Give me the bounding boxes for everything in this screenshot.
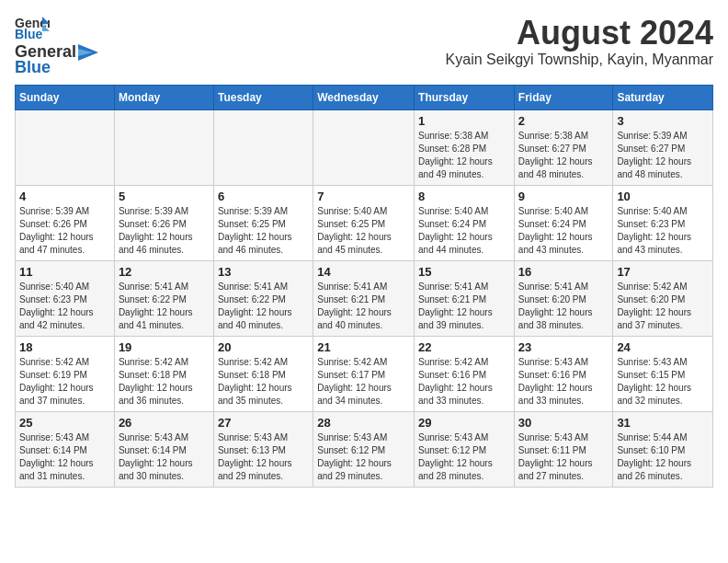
logo: General Blue General Blue [15, 15, 98, 77]
day-number: 26 [119, 416, 210, 430]
day-number: 1 [418, 114, 510, 128]
calendar-day-cell: 12Sunrise: 5:41 AM Sunset: 6:22 PM Dayli… [114, 261, 213, 337]
day-number: 3 [617, 114, 709, 128]
calendar-week-row: 4Sunrise: 5:39 AM Sunset: 6:26 PM Daylig… [16, 186, 713, 261]
calendar-day-cell: 19Sunrise: 5:42 AM Sunset: 6:18 PM Dayli… [114, 337, 213, 412]
day-number: 6 [218, 190, 309, 203]
day-number: 11 [19, 265, 110, 279]
calendar-header-cell: Tuesday [213, 86, 313, 110]
day-info: Sunrise: 5:43 AM Sunset: 6:12 PM Dayligh… [418, 431, 510, 483]
day-info: Sunrise: 5:43 AM Sunset: 6:14 PM Dayligh… [19, 431, 110, 483]
calendar-week-row: 25Sunrise: 5:43 AM Sunset: 6:14 PM Dayli… [16, 412, 713, 488]
calendar-day-cell: 2Sunrise: 5:38 AM Sunset: 6:27 PM Daylig… [514, 110, 613, 186]
day-info: Sunrise: 5:41 AM Sunset: 6:22 PM Dayligh… [119, 281, 210, 332]
calendar-header-cell: Thursday [415, 86, 515, 110]
calendar-day-cell: 23Sunrise: 5:43 AM Sunset: 6:16 PM Dayli… [514, 337, 613, 412]
day-number: 12 [119, 265, 210, 279]
day-info: Sunrise: 5:39 AM Sunset: 6:25 PM Dayligh… [218, 205, 309, 257]
day-number: 13 [218, 265, 309, 279]
day-number: 19 [119, 340, 210, 354]
day-info: Sunrise: 5:39 AM Sunset: 6:26 PM Dayligh… [119, 205, 210, 257]
calendar-day-cell [114, 110, 213, 186]
day-number: 8 [418, 190, 510, 203]
calendar-header-cell: Monday [114, 86, 213, 110]
day-info: Sunrise: 5:42 AM Sunset: 6:18 PM Dayligh… [119, 356, 210, 408]
day-info: Sunrise: 5:43 AM Sunset: 6:11 PM Dayligh… [518, 431, 609, 483]
month-title: August 2024 [446, 15, 713, 52]
calendar-day-cell: 1Sunrise: 5:38 AM Sunset: 6:28 PM Daylig… [415, 110, 515, 186]
calendar-day-cell [16, 110, 115, 186]
calendar-week-row: 1Sunrise: 5:38 AM Sunset: 6:28 PM Daylig… [16, 110, 713, 186]
calendar-day-cell: 17Sunrise: 5:42 AM Sunset: 6:20 PM Dayli… [613, 261, 713, 337]
day-info: Sunrise: 5:42 AM Sunset: 6:18 PM Dayligh… [218, 356, 309, 408]
day-number: 31 [617, 416, 709, 430]
day-info: Sunrise: 5:40 AM Sunset: 6:25 PM Dayligh… [317, 205, 410, 257]
calendar-day-cell: 27Sunrise: 5:43 AM Sunset: 6:13 PM Dayli… [213, 412, 313, 488]
calendar-day-cell: 5Sunrise: 5:39 AM Sunset: 6:26 PM Daylig… [114, 186, 213, 261]
calendar-day-cell: 11Sunrise: 5:40 AM Sunset: 6:23 PM Dayli… [16, 261, 115, 337]
day-number: 25 [19, 416, 110, 430]
day-number: 20 [218, 340, 309, 354]
calendar-week-row: 18Sunrise: 5:42 AM Sunset: 6:19 PM Dayli… [16, 337, 713, 412]
day-info: Sunrise: 5:38 AM Sunset: 6:28 PM Dayligh… [418, 130, 510, 181]
calendar-table: SundayMondayTuesdayWednesdayThursdayFrid… [15, 85, 713, 488]
day-number: 15 [418, 265, 510, 279]
day-number: 29 [418, 416, 510, 430]
logo-blue-text: Blue [15, 58, 51, 77]
logo-triangle-icon [78, 44, 98, 61]
day-info: Sunrise: 5:43 AM Sunset: 6:16 PM Dayligh… [518, 356, 609, 408]
calendar-day-cell: 25Sunrise: 5:43 AM Sunset: 6:14 PM Dayli… [16, 412, 115, 488]
day-number: 10 [617, 190, 709, 203]
calendar-day-cell: 16Sunrise: 5:41 AM Sunset: 6:20 PM Dayli… [514, 261, 613, 337]
day-number: 27 [218, 416, 309, 430]
day-info: Sunrise: 5:41 AM Sunset: 6:21 PM Dayligh… [418, 281, 510, 332]
day-info: Sunrise: 5:42 AM Sunset: 6:17 PM Dayligh… [317, 356, 410, 408]
calendar-header-cell: Sunday [16, 86, 115, 110]
calendar-day-cell: 14Sunrise: 5:41 AM Sunset: 6:21 PM Dayli… [313, 261, 415, 337]
day-number: 16 [518, 265, 609, 279]
day-info: Sunrise: 5:40 AM Sunset: 6:23 PM Dayligh… [617, 205, 709, 257]
day-info: Sunrise: 5:40 AM Sunset: 6:24 PM Dayligh… [518, 205, 609, 257]
calendar-day-cell: 4Sunrise: 5:39 AM Sunset: 6:26 PM Daylig… [16, 186, 115, 261]
location-title: Kyain Seikgyi Township, Kayin, Myanmar [446, 52, 713, 68]
calendar-day-cell: 28Sunrise: 5:43 AM Sunset: 6:12 PM Dayli… [313, 412, 415, 488]
day-info: Sunrise: 5:43 AM Sunset: 6:14 PM Dayligh… [119, 431, 210, 483]
calendar-day-cell: 24Sunrise: 5:43 AM Sunset: 6:15 PM Dayli… [613, 337, 713, 412]
calendar-body: 1Sunrise: 5:38 AM Sunset: 6:28 PM Daylig… [16, 110, 713, 488]
day-number: 21 [317, 340, 410, 354]
calendar-header-row: SundayMondayTuesdayWednesdayThursdayFrid… [16, 86, 713, 110]
day-info: Sunrise: 5:42 AM Sunset: 6:16 PM Dayligh… [418, 356, 510, 408]
calendar-day-cell: 21Sunrise: 5:42 AM Sunset: 6:17 PM Dayli… [313, 337, 415, 412]
calendar-day-cell: 31Sunrise: 5:44 AM Sunset: 6:10 PM Dayli… [613, 412, 713, 488]
calendar-header-cell: Friday [514, 86, 613, 110]
calendar-day-cell: 7Sunrise: 5:40 AM Sunset: 6:25 PM Daylig… [313, 186, 415, 261]
calendar-day-cell: 26Sunrise: 5:43 AM Sunset: 6:14 PM Dayli… [114, 412, 213, 488]
day-info: Sunrise: 5:43 AM Sunset: 6:15 PM Dayligh… [617, 356, 709, 408]
day-info: Sunrise: 5:41 AM Sunset: 6:21 PM Dayligh… [317, 281, 410, 332]
calendar-day-cell: 22Sunrise: 5:42 AM Sunset: 6:16 PM Dayli… [415, 337, 515, 412]
day-info: Sunrise: 5:40 AM Sunset: 6:23 PM Dayligh… [19, 281, 110, 332]
header: General Blue General Blue August 2024 Ky… [15, 15, 713, 77]
logo-icon: General Blue [15, 15, 50, 40]
day-number: 24 [617, 340, 709, 354]
day-info: Sunrise: 5:44 AM Sunset: 6:10 PM Dayligh… [617, 431, 709, 483]
calendar-day-cell: 20Sunrise: 5:42 AM Sunset: 6:18 PM Dayli… [213, 337, 313, 412]
day-info: Sunrise: 5:38 AM Sunset: 6:27 PM Dayligh… [518, 130, 609, 181]
calendar-day-cell [313, 110, 415, 186]
calendar-day-cell: 30Sunrise: 5:43 AM Sunset: 6:11 PM Dayli… [514, 412, 613, 488]
calendar-week-row: 11Sunrise: 5:40 AM Sunset: 6:23 PM Dayli… [16, 261, 713, 337]
calendar-day-cell: 10Sunrise: 5:40 AM Sunset: 6:23 PM Dayli… [613, 186, 713, 261]
calendar-header-cell: Saturday [613, 86, 713, 110]
day-number: 5 [119, 190, 210, 203]
calendar-day-cell: 15Sunrise: 5:41 AM Sunset: 6:21 PM Dayli… [415, 261, 515, 337]
day-number: 23 [518, 340, 609, 354]
day-info: Sunrise: 5:40 AM Sunset: 6:24 PM Dayligh… [418, 205, 510, 257]
day-number: 18 [19, 340, 110, 354]
calendar-day-cell: 9Sunrise: 5:40 AM Sunset: 6:24 PM Daylig… [514, 186, 613, 261]
day-number: 9 [518, 190, 609, 203]
calendar-day-cell: 18Sunrise: 5:42 AM Sunset: 6:19 PM Dayli… [16, 337, 115, 412]
day-info: Sunrise: 5:42 AM Sunset: 6:19 PM Dayligh… [19, 356, 110, 408]
calendar-day-cell: 3Sunrise: 5:39 AM Sunset: 6:27 PM Daylig… [613, 110, 713, 186]
calendar-day-cell: 6Sunrise: 5:39 AM Sunset: 6:25 PM Daylig… [213, 186, 313, 261]
calendar-day-cell [213, 110, 313, 186]
